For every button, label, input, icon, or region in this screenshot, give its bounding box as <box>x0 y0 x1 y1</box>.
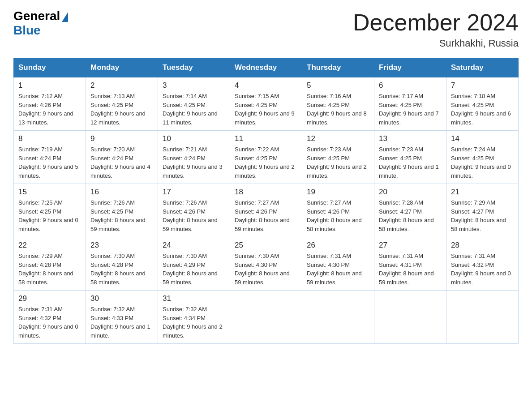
day-info: Sunrise: 7:31 AMSunset: 4:32 PMDaylight:… <box>18 305 81 340</box>
page-header: General Blue December 2024 Surkhakhi, Ru… <box>13 9 519 49</box>
calendar-week-row: 1Sunrise: 7:12 AMSunset: 4:26 PMDaylight… <box>14 77 519 131</box>
calendar-cell: 29Sunrise: 7:31 AMSunset: 4:32 PMDayligh… <box>14 291 86 344</box>
calendar-day-header: Saturday <box>446 59 519 77</box>
day-number: 26 <box>307 241 369 250</box>
calendar-cell: 14Sunrise: 7:24 AMSunset: 4:25 PMDayligh… <box>446 131 519 184</box>
day-info: Sunrise: 7:24 AMSunset: 4:25 PMDaylight:… <box>451 145 514 180</box>
logo-general-text: General <box>13 9 60 23</box>
day-info: Sunrise: 7:31 AMSunset: 4:30 PMDaylight:… <box>307 252 369 287</box>
calendar-cell: 22Sunrise: 7:29 AMSunset: 4:28 PMDayligh… <box>14 237 86 291</box>
day-info: Sunrise: 7:32 AMSunset: 4:33 PMDaylight:… <box>90 305 153 340</box>
day-number: 9 <box>90 134 153 143</box>
day-info: Sunrise: 7:31 AMSunset: 4:31 PMDaylight:… <box>379 252 442 287</box>
day-number: 7 <box>451 81 514 90</box>
day-info: Sunrise: 7:30 AMSunset: 4:28 PMDaylight:… <box>90 252 153 287</box>
day-number: 15 <box>18 188 81 197</box>
calendar-day-header: Friday <box>374 59 446 77</box>
day-number: 25 <box>235 241 297 250</box>
day-number: 18 <box>235 188 297 197</box>
calendar-cell: 26Sunrise: 7:31 AMSunset: 4:30 PMDayligh… <box>302 237 374 291</box>
calendar-cell: 18Sunrise: 7:27 AMSunset: 4:26 PMDayligh… <box>230 184 302 237</box>
day-info: Sunrise: 7:18 AMSunset: 4:25 PMDaylight:… <box>451 92 514 127</box>
day-number: 29 <box>18 294 81 303</box>
day-info: Sunrise: 7:23 AMSunset: 4:25 PMDaylight:… <box>379 145 442 180</box>
calendar-cell: 2Sunrise: 7:13 AMSunset: 4:25 PMDaylight… <box>86 77 158 131</box>
logo-blue-text: Blue <box>13 23 41 38</box>
logo-general: General <box>13 9 68 23</box>
calendar-cell: 17Sunrise: 7:26 AMSunset: 4:26 PMDayligh… <box>158 184 230 237</box>
day-number: 21 <box>451 188 514 197</box>
day-info: Sunrise: 7:30 AMSunset: 4:29 PMDaylight:… <box>163 252 225 287</box>
calendar-cell: 12Sunrise: 7:23 AMSunset: 4:25 PMDayligh… <box>302 131 374 184</box>
day-number: 3 <box>163 81 225 90</box>
calendar-cell <box>230 291 302 344</box>
day-info: Sunrise: 7:20 AMSunset: 4:24 PMDaylight:… <box>90 145 153 180</box>
calendar-cell: 20Sunrise: 7:28 AMSunset: 4:27 PMDayligh… <box>374 184 446 237</box>
day-info: Sunrise: 7:29 AMSunset: 4:28 PMDaylight:… <box>18 252 81 287</box>
calendar-cell: 19Sunrise: 7:27 AMSunset: 4:26 PMDayligh… <box>302 184 374 237</box>
logo: General Blue <box>13 9 68 38</box>
calendar-cell: 7Sunrise: 7:18 AMSunset: 4:25 PMDaylight… <box>446 77 519 131</box>
calendar-cell: 10Sunrise: 7:21 AMSunset: 4:24 PMDayligh… <box>158 131 230 184</box>
day-number: 14 <box>451 134 514 143</box>
day-info: Sunrise: 7:23 AMSunset: 4:25 PMDaylight:… <box>307 145 369 180</box>
day-number: 4 <box>235 81 297 90</box>
day-number: 27 <box>379 241 442 250</box>
day-info: Sunrise: 7:12 AMSunset: 4:26 PMDaylight:… <box>18 92 81 127</box>
day-number: 31 <box>163 294 225 303</box>
calendar-day-header: Monday <box>86 59 158 77</box>
calendar-cell: 6Sunrise: 7:17 AMSunset: 4:25 PMDaylight… <box>374 77 446 131</box>
calendar-cell: 3Sunrise: 7:14 AMSunset: 4:25 PMDaylight… <box>158 77 230 131</box>
day-info: Sunrise: 7:22 AMSunset: 4:25 PMDaylight:… <box>235 145 297 180</box>
day-info: Sunrise: 7:26 AMSunset: 4:25 PMDaylight:… <box>90 198 153 233</box>
day-number: 28 <box>451 241 514 250</box>
calendar-cell: 5Sunrise: 7:16 AMSunset: 4:25 PMDaylight… <box>302 77 374 131</box>
day-number: 6 <box>379 81 442 90</box>
day-info: Sunrise: 7:27 AMSunset: 4:26 PMDaylight:… <box>235 198 297 233</box>
day-info: Sunrise: 7:28 AMSunset: 4:27 PMDaylight:… <box>379 198 442 233</box>
day-number: 11 <box>235 134 297 143</box>
calendar-cell <box>446 291 519 344</box>
day-number: 23 <box>90 241 153 250</box>
calendar-cell: 21Sunrise: 7:29 AMSunset: 4:27 PMDayligh… <box>446 184 519 237</box>
day-number: 1 <box>18 81 81 90</box>
calendar-week-row: 15Sunrise: 7:25 AMSunset: 4:25 PMDayligh… <box>14 184 519 237</box>
day-number: 10 <box>163 134 225 143</box>
calendar-cell <box>374 291 446 344</box>
day-number: 20 <box>379 188 442 197</box>
calendar-cell: 1Sunrise: 7:12 AMSunset: 4:26 PMDaylight… <box>14 77 86 131</box>
calendar-cell: 8Sunrise: 7:19 AMSunset: 4:24 PMDaylight… <box>14 131 86 184</box>
calendar-cell <box>302 291 374 344</box>
day-info: Sunrise: 7:29 AMSunset: 4:27 PMDaylight:… <box>451 198 514 233</box>
calendar-week-row: 22Sunrise: 7:29 AMSunset: 4:28 PMDayligh… <box>14 237 519 291</box>
day-info: Sunrise: 7:31 AMSunset: 4:32 PMDaylight:… <box>451 252 514 287</box>
day-info: Sunrise: 7:21 AMSunset: 4:24 PMDaylight:… <box>163 145 225 180</box>
day-info: Sunrise: 7:17 AMSunset: 4:25 PMDaylight:… <box>379 92 442 127</box>
calendar-cell: 24Sunrise: 7:30 AMSunset: 4:29 PMDayligh… <box>158 237 230 291</box>
calendar-cell: 11Sunrise: 7:22 AMSunset: 4:25 PMDayligh… <box>230 131 302 184</box>
calendar-header-row: SundayMondayTuesdayWednesdayThursdayFrid… <box>14 59 519 77</box>
day-number: 2 <box>90 81 153 90</box>
month-title: December 2024 <box>353 9 519 36</box>
logo-triangle-icon <box>62 12 68 22</box>
day-number: 24 <box>163 241 225 250</box>
calendar-cell: 27Sunrise: 7:31 AMSunset: 4:31 PMDayligh… <box>374 237 446 291</box>
location-label: Surkhakhi, Russia <box>353 38 519 49</box>
calendar-day-header: Sunday <box>14 59 86 77</box>
day-info: Sunrise: 7:15 AMSunset: 4:25 PMDaylight:… <box>235 92 297 127</box>
day-number: 19 <box>307 188 369 197</box>
calendar-cell: 15Sunrise: 7:25 AMSunset: 4:25 PMDayligh… <box>14 184 86 237</box>
calendar-day-header: Tuesday <box>158 59 230 77</box>
day-info: Sunrise: 7:32 AMSunset: 4:34 PMDaylight:… <box>163 305 225 340</box>
day-number: 17 <box>163 188 225 197</box>
calendar-cell: 13Sunrise: 7:23 AMSunset: 4:25 PMDayligh… <box>374 131 446 184</box>
day-info: Sunrise: 7:13 AMSunset: 4:25 PMDaylight:… <box>90 92 153 127</box>
calendar-cell: 25Sunrise: 7:30 AMSunset: 4:30 PMDayligh… <box>230 237 302 291</box>
day-info: Sunrise: 7:25 AMSunset: 4:25 PMDaylight:… <box>18 198 81 233</box>
day-info: Sunrise: 7:14 AMSunset: 4:25 PMDaylight:… <box>163 92 225 127</box>
calendar-cell: 16Sunrise: 7:26 AMSunset: 4:25 PMDayligh… <box>86 184 158 237</box>
calendar-cell: 30Sunrise: 7:32 AMSunset: 4:33 PMDayligh… <box>86 291 158 344</box>
day-info: Sunrise: 7:30 AMSunset: 4:30 PMDaylight:… <box>235 252 297 287</box>
day-number: 13 <box>379 134 442 143</box>
calendar-cell: 31Sunrise: 7:32 AMSunset: 4:34 PMDayligh… <box>158 291 230 344</box>
